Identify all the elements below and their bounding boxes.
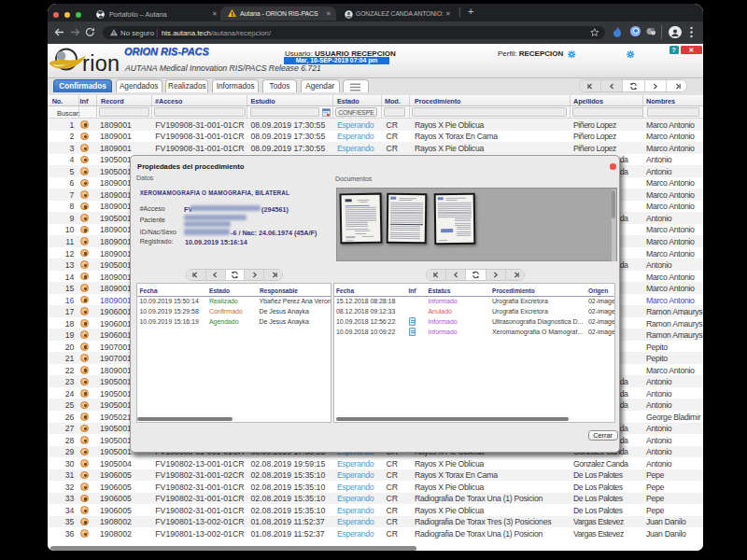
svg-text:rion: rion (82, 51, 120, 76)
